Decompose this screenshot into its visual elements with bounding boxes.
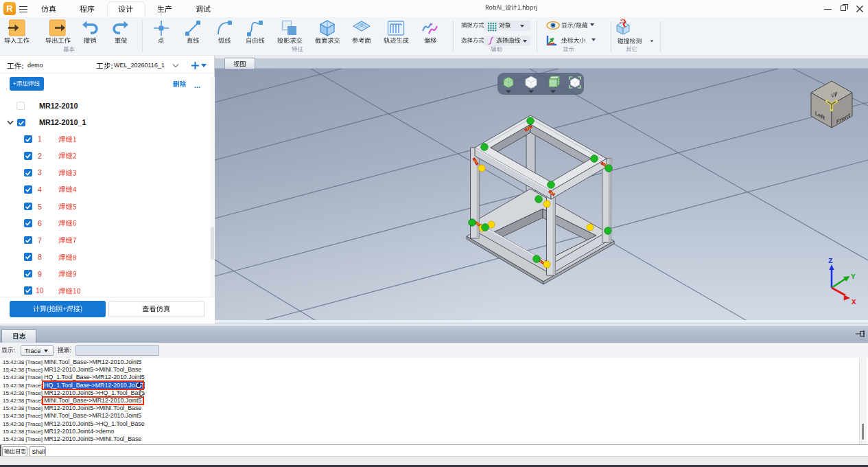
svg-text:Y: Y — [851, 273, 856, 281]
svg-text:X: X — [852, 298, 856, 306]
svg-text:Z: Z — [828, 257, 833, 265]
